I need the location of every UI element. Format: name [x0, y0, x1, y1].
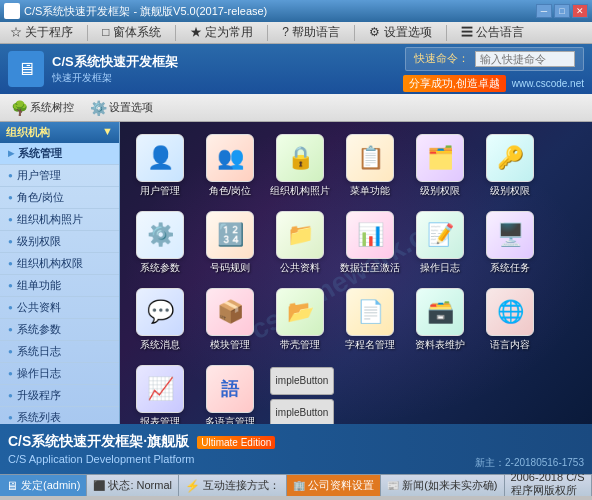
bottom-version: 新主：2-20180516-1753	[475, 456, 584, 470]
icon-word-sign[interactable]: 📄 字程名管理	[338, 284, 402, 355]
sidebar-item-org-photo[interactable]: ●组织机构照片	[0, 209, 119, 231]
grid-spacer-3	[548, 284, 592, 355]
icon-box-level: 🗂️	[416, 134, 464, 182]
sidebar-item-sys-param[interactable]: ●系统参数	[0, 319, 119, 341]
close-button[interactable]: ✕	[572, 4, 588, 18]
icon-dict-mgmt[interactable]: 📂 带壳管理	[268, 284, 332, 355]
maximize-button[interactable]: □	[554, 4, 570, 18]
icon-label-level: 级别权限	[420, 185, 460, 197]
sidebar-item-level-auth[interactable]: ●级别权限	[0, 231, 119, 253]
status-user: 🖥 发定(admin)	[0, 475, 87, 496]
icon-label-role: 角色/岗位	[209, 185, 252, 197]
impl-button-2[interactable]: impleButton	[270, 399, 334, 425]
sidebar-item-upgrade[interactable]: ●升级程序	[0, 385, 119, 407]
menu-about[interactable]: ☆ 关于程序	[4, 22, 79, 43]
icon-grid: 👤 用户管理 👥 角色/岗位 🔒 组织机构照片 📋 菜单功能 🗂️ 级别权限 🔑	[128, 130, 584, 424]
sidebar: 组织机构 ▼ ▶系统管理 ●用户管理 ●角色/岗位 ●组织机构照片 ●级别权限 …	[0, 122, 120, 424]
title-bar: 🖥 C/S系统快速开发框架 - 旗舰版V5.0(2017-release) ─ …	[0, 0, 592, 22]
header-bar: 🖥 C/S系统快速开发框架 快速开发框架 快速命令： 分享成功,创造卓越 www…	[0, 44, 592, 94]
sidebar-org-header[interactable]: 组织机构 ▼	[0, 122, 119, 143]
sidebar-item-public-data[interactable]: ●公共资料	[0, 297, 119, 319]
edition-badge: Ultimate Edition	[197, 436, 275, 449]
icon-box-dict: 📂	[276, 288, 324, 336]
menu-sep-3	[267, 25, 268, 41]
icon-box-org: 🔒	[276, 134, 324, 182]
command-input[interactable]	[475, 51, 575, 67]
bottom-main-title-row: C/S系统快速开发框架·旗舰版 Ultimate Edition	[8, 433, 584, 451]
icon-box-systask: 🖥️	[486, 211, 534, 259]
minimize-button[interactable]: ─	[536, 4, 552, 18]
icon-label-sysparam: 系统参数	[140, 262, 180, 274]
header-subtitle: 快速开发框架	[52, 71, 178, 85]
sidebar-item-sys-log[interactable]: ●系统日志	[0, 341, 119, 363]
icon-sys-msg[interactable]: 💬 系统消息	[128, 284, 192, 355]
icon-sys-param[interactable]: ⚙️ 系统参数	[128, 207, 192, 278]
icon-role-dept[interactable]: 👥 角色/岗位	[198, 130, 262, 201]
icon-label-orgauth: 级别权限	[490, 185, 530, 197]
sidebar-item-user-mgmt[interactable]: ●用户管理	[0, 165, 119, 187]
icon-label-langcontent: 语言内容	[490, 339, 530, 351]
header-company: C/S系统快速开发框架	[52, 53, 178, 71]
header-logo-area: 🖥 C/S系统快速开发框架 快速开发框架	[8, 51, 178, 87]
icon-label-pubdata: 公共资料	[280, 262, 320, 274]
status-login-method: ⚡ 互动连接方式：	[179, 475, 287, 496]
menu-favorite[interactable]: ★ 定为常用	[184, 22, 259, 43]
settings-btn[interactable]: ⚙️ 设置选项	[83, 97, 160, 119]
icon-box-sysparam: ⚙️	[136, 211, 184, 259]
icon-op-log[interactable]: 📝 操作日志	[408, 207, 472, 278]
menu-settings[interactable]: ⚙ 设置选项	[363, 22, 437, 43]
icon-data-maint[interactable]: 🗃️ 资料表维护	[408, 284, 472, 355]
icon-data-edit[interactable]: 📊 数据迁至激活	[338, 207, 402, 278]
icon-label-multilang: 多语言管理	[205, 416, 255, 424]
sidebar-item-group-fn[interactable]: ●组单功能	[0, 275, 119, 297]
share-label: 分享成功,创造卓越	[403, 75, 506, 92]
icon-box-numrule: 🔢	[206, 211, 254, 259]
icon-public-data[interactable]: 📁 公共资料	[268, 207, 332, 278]
icon-org-photo[interactable]: 🔒 组织机构照片	[268, 130, 332, 201]
command-area[interactable]: 快速命令：	[405, 47, 584, 71]
bottom-info-panel: C/S系统快速开发框架·旗舰版 Ultimate Edition C/S App…	[0, 424, 592, 474]
menu-window[interactable]: □ 窗体系统	[96, 22, 167, 43]
icon-org-auth[interactable]: 🔑 级别权限	[478, 130, 542, 201]
header-title-area: C/S系统快速开发框架 快速开发框架	[52, 53, 178, 85]
title-bar-left: 🖥 C/S系统快速开发框架 - 旗舰版V5.0(2017-release)	[4, 3, 267, 19]
icon-level-auth[interactable]: 🗂️ 级别权限	[408, 130, 472, 201]
window-controls[interactable]: ─ □ ✕	[536, 4, 588, 18]
status-news: 📰 新闻(如来未实亦确)	[381, 475, 504, 496]
status-bar: 🖥 发定(admin) ⬛ 状态: Normal ⚡ 互动连接方式： 🏢 公司资…	[0, 474, 592, 496]
icon-box-module: 📦	[206, 288, 254, 336]
icon-multilang[interactable]: 語 多语言管理	[198, 361, 262, 424]
content-area: csframework.com 👤 用户管理 👥 角色/岗位 🔒 组织机构照片 …	[120, 122, 592, 424]
icon-label-org: 组织机构照片	[270, 185, 330, 197]
website-link[interactable]: www.cscode.net	[512, 78, 584, 89]
icon-label-numrule: 号码规则	[210, 262, 250, 274]
sidebar-item-role[interactable]: ●角色/岗位	[0, 187, 119, 209]
grid-spacer-1	[548, 130, 592, 201]
menu-sep-4	[354, 25, 355, 41]
sys-tree-btn[interactable]: 🌳 系统树控	[4, 97, 81, 119]
sidebar-item-sys-list[interactable]: ●系统列表	[0, 407, 119, 424]
menu-sep-1	[87, 25, 88, 41]
icon-box-multilang: 語	[206, 365, 254, 413]
sidebar-item-op-log[interactable]: ●操作日志	[0, 363, 119, 385]
sidebar-item-sys-mgmt[interactable]: ▶系统管理	[0, 143, 119, 165]
icon-label-dict: 带壳管理	[280, 339, 320, 351]
icon-sys-task[interactable]: 🖥️ 系统任务	[478, 207, 542, 278]
menu-notice[interactable]: ☰ 公告语言	[455, 22, 530, 43]
icon-num-rule[interactable]: 🔢 号码规则	[198, 207, 262, 278]
bottom-main-title: C/S系统快速开发框架·旗舰版	[8, 433, 189, 451]
icon-box-user: 👤	[136, 134, 184, 182]
impl-button-1[interactable]: impleButton	[270, 367, 334, 395]
icon-box-datamaint: 🗃️	[416, 288, 464, 336]
icon-report-mgmt[interactable]: 📈 报表管理	[128, 361, 192, 424]
sidebar-item-org-auth[interactable]: ●组织机构权限	[0, 253, 119, 275]
icon-box-report: 📈	[136, 365, 184, 413]
menu-help-lang[interactable]: ? 帮助语言	[276, 22, 346, 43]
title-text: C/S系统快速开发框架 - 旗舰版V5.0(2017-release)	[24, 4, 267, 19]
icon-lang-content[interactable]: 🌐 语言内容	[478, 284, 542, 355]
icon-user-mgmt[interactable]: 👤 用户管理	[128, 130, 192, 201]
icon-module-mgmt[interactable]: 📦 模块管理	[198, 284, 262, 355]
icon-label-dataedit: 数据迁至激活	[340, 262, 400, 274]
header-icon: 🖥	[8, 51, 44, 87]
icon-menu-fn[interactable]: 📋 菜单功能	[338, 130, 402, 201]
